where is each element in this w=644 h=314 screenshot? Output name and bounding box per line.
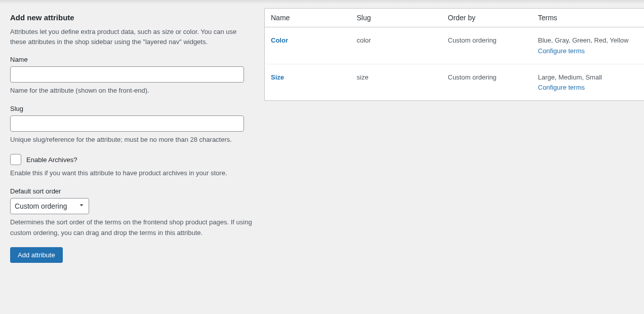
form-title: Add new attribute — [10, 13, 254, 22]
add-attribute-button[interactable]: Add attribute — [10, 247, 63, 263]
sort-label: Default sort order — [10, 187, 254, 195]
field-name: Name Name for the attribute (shown on th… — [10, 56, 254, 96]
form-intro: Attributes let you define extra product … — [10, 27, 254, 47]
name-label: Name — [10, 56, 254, 63]
field-archives: Enable Archives? Enable this if you want… — [10, 154, 254, 178]
attr-terms: Blue, Gray, Green, Red, Yellow — [538, 36, 629, 44]
th-orderby: Order by — [442, 9, 532, 27]
name-help: Name for the attribute (shown on the fro… — [10, 86, 254, 96]
attr-slug: size — [351, 64, 442, 101]
slug-label: Slug — [10, 105, 254, 112]
add-attribute-form: Add new attribute Attributes let you def… — [0, 4, 264, 263]
configure-terms-link[interactable]: Configure terms — [538, 47, 585, 55]
field-sort: Default sort order Custom ordering Deter… — [10, 187, 254, 238]
archives-help: Enable this if you want this attribute t… — [10, 168, 254, 178]
table-row: Color color Custom ordering Blue, Gray, … — [265, 27, 645, 64]
attr-orderby: Custom ordering — [442, 64, 532, 101]
archives-label: Enable Archives? — [26, 156, 77, 164]
attributes-table: Name Slug Order by Terms Color color Cus… — [264, 8, 644, 101]
attr-slug: color — [351, 27, 442, 64]
sort-help: Determines the sort order of the terms o… — [10, 217, 254, 238]
attributes-table-panel: Name Slug Order by Terms Color color Cus… — [264, 4, 644, 263]
attributes-layout: Add new attribute Attributes let you def… — [0, 4, 644, 273]
slug-input[interactable] — [10, 115, 244, 132]
th-terms: Terms — [532, 9, 645, 27]
table-row: Size size Custom ordering Large, Medium,… — [265, 64, 645, 101]
attr-name-link[interactable]: Color — [271, 36, 288, 44]
field-slug: Slug Unique slug/reference for the attri… — [10, 105, 254, 145]
configure-terms-link[interactable]: Configure terms — [538, 84, 585, 91]
th-slug: Slug — [351, 9, 442, 27]
sort-select[interactable]: Custom ordering — [10, 198, 89, 214]
attr-name-link[interactable]: Size — [271, 73, 284, 81]
archives-checkbox[interactable] — [10, 154, 21, 165]
th-name: Name — [265, 9, 351, 27]
top-shadow — [0, 0, 644, 4]
slug-help: Unique slug/reference for the attribute;… — [10, 135, 254, 145]
attr-terms: Large, Medium, Small — [538, 73, 602, 81]
attr-orderby: Custom ordering — [442, 27, 532, 64]
name-input[interactable] — [10, 66, 244, 83]
